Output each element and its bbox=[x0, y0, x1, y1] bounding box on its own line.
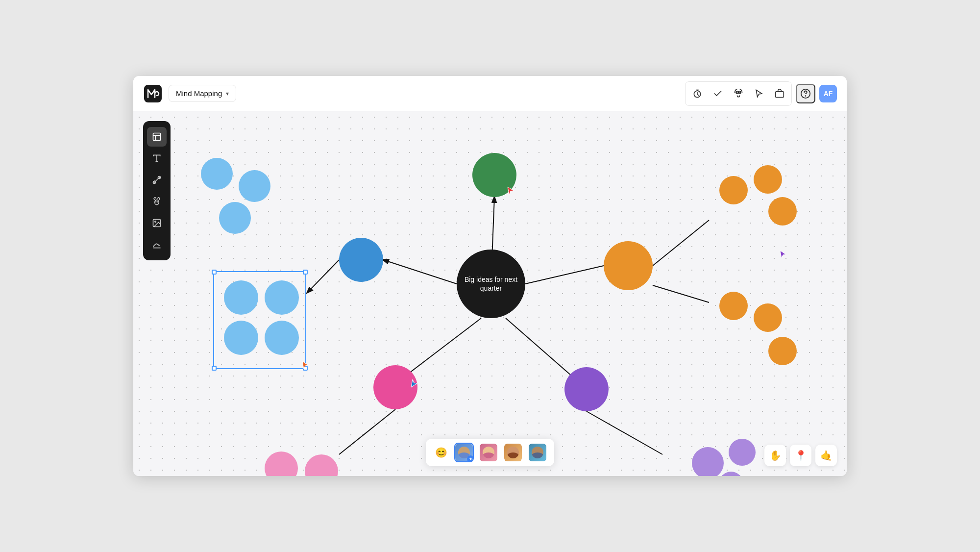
logo bbox=[143, 84, 163, 103]
canvas-area[interactable]: Big ideas for next quarter bbox=[133, 111, 847, 476]
svg-point-14 bbox=[155, 221, 156, 223]
orange-node[interactable] bbox=[604, 241, 653, 290]
blue-sm-node-7[interactable] bbox=[219, 202, 251, 234]
user-thumb-4[interactable] bbox=[528, 443, 547, 462]
user-star-badge: ★ bbox=[467, 455, 474, 462]
sidebar-toolbar bbox=[143, 121, 171, 260]
purple-node[interactable] bbox=[564, 367, 609, 411]
svg-rect-7 bbox=[153, 133, 161, 141]
svg-point-6 bbox=[806, 96, 806, 96]
blue-sm-node-2[interactable] bbox=[265, 280, 299, 315]
bag-icon-button[interactable] bbox=[770, 84, 789, 103]
orange-sm-node-2[interactable] bbox=[754, 165, 782, 194]
blue-sm-node-4[interactable] bbox=[265, 321, 299, 355]
pink-node[interactable] bbox=[373, 365, 417, 409]
blue-large-node[interactable] bbox=[339, 238, 383, 282]
header: Mind Mapping ▾ bbox=[133, 76, 847, 111]
blue-sm-node-6[interactable] bbox=[239, 170, 270, 202]
svg-point-10 bbox=[155, 200, 159, 205]
chevron-down-icon: ▾ bbox=[226, 90, 229, 97]
text-tool[interactable] bbox=[147, 149, 167, 168]
header-left: Mind Mapping ▾ bbox=[143, 84, 236, 103]
blue-sm-node-1[interactable] bbox=[224, 280, 258, 315]
center-node-text: Big ideas for next quarter bbox=[457, 275, 525, 293]
user-avatar[interactable]: AF bbox=[819, 85, 837, 102]
orange-sm-node-4[interactable] bbox=[719, 292, 748, 320]
cursor-icon-button[interactable] bbox=[749, 84, 769, 103]
timer-icon-button[interactable] bbox=[687, 84, 707, 103]
user-thumb-3[interactable] bbox=[503, 443, 523, 462]
user-thumb-2[interactable] bbox=[479, 443, 498, 462]
bottom-bar: 😊 ★ bbox=[426, 439, 554, 466]
orange-sm-node-6[interactable] bbox=[768, 337, 797, 365]
user-thumb-1[interactable]: ★ bbox=[454, 443, 474, 462]
pin-tool-button[interactable]: 📍 bbox=[790, 445, 811, 466]
emoji-button[interactable]: 😊 bbox=[433, 444, 449, 461]
purple-sm-node-2[interactable] bbox=[729, 439, 756, 466]
help-button[interactable] bbox=[796, 84, 815, 103]
center-node[interactable]: Big ideas for next quarter bbox=[457, 250, 525, 318]
image-tool[interactable] bbox=[147, 213, 167, 233]
app-window: Mind Mapping ▾ bbox=[133, 76, 847, 476]
svg-point-12 bbox=[157, 201, 158, 202]
blue-sm-node-5[interactable] bbox=[201, 158, 233, 190]
app-title-dropdown[interactable]: Mind Mapping ▾ bbox=[169, 85, 236, 102]
app-title: Mind Mapping bbox=[176, 89, 222, 98]
draw-tool[interactable] bbox=[147, 235, 167, 254]
svg-point-11 bbox=[156, 201, 156, 202]
orange-sm-node-1[interactable] bbox=[719, 176, 748, 204]
header-icon-group bbox=[685, 81, 792, 106]
bottom-right-tools: ✋ 📍 🤙 bbox=[764, 445, 837, 466]
connect-tool[interactable] bbox=[147, 170, 167, 190]
orange-sm-node-3[interactable] bbox=[768, 197, 797, 226]
hand-tool-button[interactable]: ✋ bbox=[764, 445, 786, 466]
blue-sm-node-3[interactable] bbox=[224, 321, 258, 355]
svg-rect-4 bbox=[776, 91, 784, 97]
orange-sm-node-5[interactable] bbox=[754, 303, 782, 332]
green-node[interactable] bbox=[472, 153, 516, 197]
purple-sm-node-1[interactable] bbox=[692, 447, 724, 476]
header-right: AF bbox=[685, 81, 837, 106]
animal-tool[interactable] bbox=[147, 192, 167, 211]
spy-icon-button[interactable] bbox=[729, 84, 748, 103]
check-icon-button[interactable] bbox=[708, 84, 728, 103]
gesture-tool-button[interactable]: 🤙 bbox=[815, 445, 837, 466]
sticky-note-tool[interactable] bbox=[147, 127, 167, 147]
